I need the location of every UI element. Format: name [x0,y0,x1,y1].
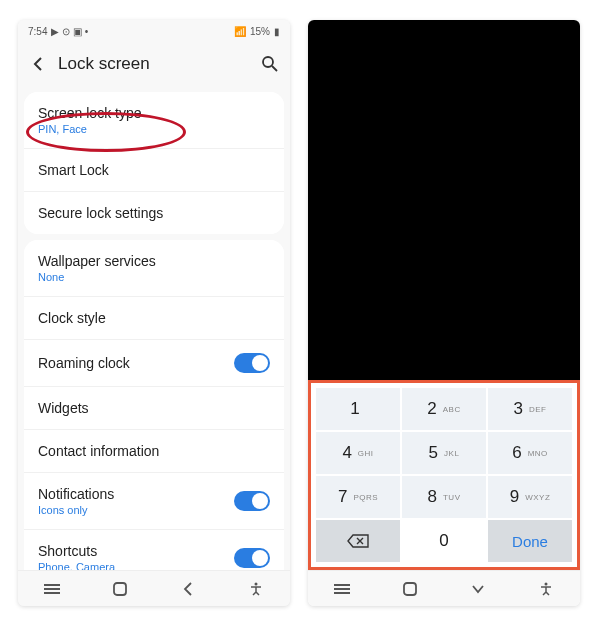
keypad-highlight: 1 2ABC 3DEF 4GHI 5JKL 6MNO 7PQRS 8TUV 9W… [308,380,580,570]
key-6[interactable]: 6MNO [487,431,573,475]
home-icon [403,582,417,596]
svg-line-1 [272,66,277,71]
svg-rect-5 [114,583,126,595]
key-7[interactable]: 7PQRS [315,475,401,519]
signal-icon: 📶 [234,26,246,37]
row-title: Clock style [38,310,106,326]
row-title: Widgets [38,400,89,416]
settings-section-lock: Screen lock type PIN, Face Smart Lock Se… [24,92,284,234]
back-button[interactable] [26,52,50,76]
row-title: Screen lock type [38,105,142,121]
key-done[interactable]: Done [487,519,573,563]
row-clock-style[interactable]: Clock style [24,296,284,339]
row-title: Notifications [38,486,114,502]
toggle-roaming-clock[interactable] [234,353,270,373]
row-sub: Phone, Camera [38,561,115,570]
key-2[interactable]: 2ABC [401,387,487,431]
android-navbar [308,570,580,606]
row-secure-lock-settings[interactable]: Secure lock settings [24,191,284,234]
chevron-left-icon [33,56,43,72]
page-title: Lock screen [58,54,250,74]
key-5[interactable]: 5JKL [401,431,487,475]
search-button[interactable] [258,52,282,76]
row-notifications[interactable]: Notifications Icons only [24,472,284,529]
svg-point-6 [255,582,258,585]
settings-body: Screen lock type PIN, Face Smart Lock Se… [18,86,290,570]
row-roaming-clock[interactable]: Roaming clock [24,339,284,386]
row-shortcuts[interactable]: Shortcuts Phone, Camera [24,529,284,570]
row-title: Smart Lock [38,162,109,178]
status-icons: ▶ ⊙ ▣ • [51,26,88,37]
key-1[interactable]: 1 [315,387,401,431]
svg-point-0 [263,57,273,67]
settings-section-display: Wallpaper services None Clock style Roam… [24,240,284,570]
row-widgets[interactable]: Widgets [24,386,284,429]
nav-collapse[interactable] [462,573,494,605]
recents-icon [334,583,350,595]
nav-recents[interactable] [326,573,358,605]
row-title: Shortcuts [38,543,115,559]
row-title: Roaming clock [38,355,130,371]
row-screen-lock-type[interactable]: Screen lock type PIN, Face [24,92,284,148]
battery-icon: ▮ [274,26,280,37]
svg-point-11 [545,582,548,585]
chevron-left-icon [183,582,193,596]
status-time: 7:54 [28,26,47,37]
key-3[interactable]: 3DEF [487,387,573,431]
row-smart-lock[interactable]: Smart Lock [24,148,284,191]
row-sub: Icons only [38,504,114,516]
accessibility-icon [539,582,553,596]
row-sub: PIN, Face [38,123,142,135]
recents-icon [44,583,60,595]
key-backspace[interactable] [315,519,401,563]
battery-text: 15% [250,26,270,37]
home-icon [113,582,127,596]
nav-accessibility[interactable] [240,573,272,605]
nav-home[interactable] [394,573,426,605]
phone-settings: 7:54 ▶ ⊙ ▣ • 📶 15% ▮ Lock screen Scr [18,20,290,606]
nav-back[interactable] [172,573,204,605]
phone-pin-entry: 1 2ABC 3DEF 4GHI 5JKL 6MNO 7PQRS 8TUV 9W… [308,20,580,606]
row-title: Secure lock settings [38,205,163,221]
toggle-shortcuts[interactable] [234,548,270,568]
row-title: Contact information [38,443,159,459]
row-contact-information[interactable]: Contact information [24,429,284,472]
accessibility-icon [249,582,263,596]
row-wallpaper-services[interactable]: Wallpaper services None [24,240,284,296]
chevron-down-icon [471,584,485,594]
row-sub: None [38,271,156,283]
nav-home[interactable] [104,573,136,605]
pin-entry-screen [308,20,580,380]
android-navbar [18,570,290,606]
settings-header: Lock screen [18,42,290,86]
key-8[interactable]: 8TUV [401,475,487,519]
backspace-icon [347,534,369,548]
nav-accessibility[interactable] [530,573,562,605]
search-icon [261,55,279,73]
svg-rect-10 [404,583,416,595]
row-title: Wallpaper services [38,253,156,269]
numeric-keypad: 1 2ABC 3DEF 4GHI 5JKL 6MNO 7PQRS 8TUV 9W… [315,387,573,563]
nav-recents[interactable] [36,573,68,605]
key-9[interactable]: 9WXYZ [487,475,573,519]
toggle-notifications[interactable] [234,491,270,511]
key-0[interactable]: 0 [401,519,487,563]
status-bar: 7:54 ▶ ⊙ ▣ • 📶 15% ▮ [18,20,290,42]
key-4[interactable]: 4GHI [315,431,401,475]
